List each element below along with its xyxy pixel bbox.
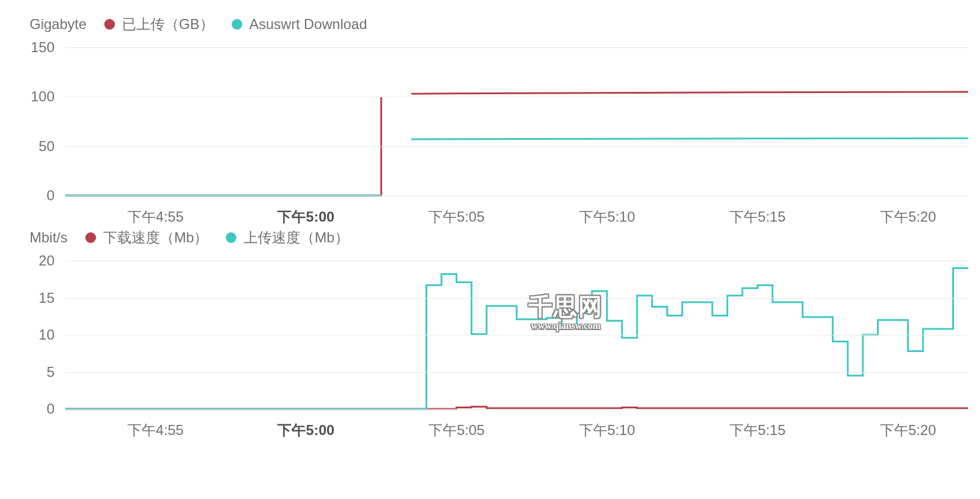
chart-top-header: Gigabyte 已上传（GB） Asuswrt Download — [0, 12, 980, 37]
legend-dot-icon — [232, 19, 242, 30]
x-tick-label: 下午5:20 — [880, 207, 936, 226]
chart-bottom-x-axis: 下午4:55下午5:00下午5:05下午5:10下午5:15下午5:20 — [65, 415, 968, 444]
gridline — [65, 298, 968, 299]
chart-top-ytitle: Gigabyte — [30, 16, 87, 33]
chart-speed: Mbit/s 下载速度（Mb） 上传速度（Mb） 05101520 下午4:55… — [0, 225, 980, 444]
y-tick-label: 150 — [7, 39, 55, 56]
chart-traffic-total: Gigabyte 已上传（GB） Asuswrt Download 050100… — [0, 12, 980, 231]
gridline — [65, 196, 968, 196]
gridline — [65, 47, 968, 48]
legend-label: Asuswrt Download — [249, 16, 367, 33]
series-line — [65, 92, 968, 196]
legend-dot-icon — [226, 232, 236, 243]
x-tick-label: 下午5:00 — [277, 421, 334, 440]
gridline — [65, 261, 968, 261]
chart-top-svg — [65, 47, 968, 196]
y-tick-label: 10 — [7, 327, 55, 343]
gridline — [65, 146, 968, 147]
gridline — [65, 97, 968, 97]
x-tick-label: 下午5:00 — [277, 207, 334, 226]
legend-item-upload-gb[interactable]: 已上传（GB） — [104, 15, 214, 34]
y-tick-label: 20 — [7, 252, 55, 269]
y-tick-label: 50 — [7, 138, 55, 155]
chart-top-y-axis: 050100150 — [0, 47, 65, 196]
chart-bottom-plot-area[interactable] — [65, 261, 968, 409]
y-tick-label: 5 — [7, 364, 55, 380]
x-tick-label: 下午4:55 — [127, 421, 184, 440]
chart-bottom-ytitle: Mbit/s — [30, 229, 68, 246]
chart-bottom-y-axis: 05101520 — [0, 261, 65, 409]
legend-dot-icon — [104, 19, 115, 30]
legend-label: 已上传（GB） — [122, 15, 214, 34]
y-tick-label: 100 — [7, 88, 55, 105]
series-line — [65, 268, 968, 410]
gridline — [65, 409, 968, 410]
legend-label: 上传速度（Mb） — [244, 228, 348, 247]
chart-top-plot-area[interactable] — [65, 47, 968, 196]
gridline — [65, 372, 968, 373]
y-tick-label: 0 — [7, 187, 55, 204]
series-line — [65, 138, 968, 196]
dashboard-page: Gigabyte 已上传（GB） Asuswrt Download 050100… — [0, 0, 980, 499]
gridline — [65, 335, 968, 335]
legend-item-download-speed[interactable]: 下载速度（Mb） — [85, 228, 208, 247]
x-tick-label: 下午5:15 — [729, 207, 786, 226]
y-tick-label: 0 — [7, 401, 55, 417]
x-tick-label: 下午4:55 — [127, 207, 184, 226]
x-tick-label: 下午5:15 — [729, 421, 786, 440]
chart-bottom-header: Mbit/s 下载速度（Mb） 上传速度（Mb） — [0, 225, 980, 250]
x-tick-label: 下午5:05 — [428, 207, 485, 226]
x-tick-label: 下午5:20 — [880, 421, 936, 440]
legend-item-asuswrt-download[interactable]: Asuswrt Download — [232, 16, 367, 33]
x-tick-label: 下午5:10 — [579, 421, 635, 440]
legend-dot-icon — [85, 232, 96, 243]
x-tick-label: 下午5:05 — [428, 421, 485, 440]
x-tick-label: 下午5:10 — [579, 207, 635, 226]
y-tick-label: 15 — [7, 290, 55, 306]
legend-item-upload-speed[interactable]: 上传速度（Mb） — [226, 228, 348, 247]
legend-label: 下载速度（Mb） — [103, 228, 208, 247]
